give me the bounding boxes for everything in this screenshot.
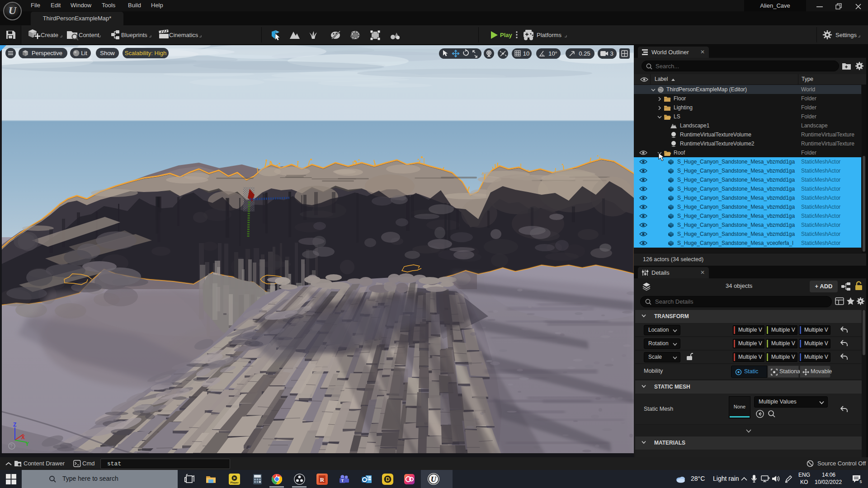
svg-text:5: 5 bbox=[859, 479, 862, 484]
svg-text:T: T bbox=[341, 479, 344, 483]
svg-text:Z: Z bbox=[13, 422, 16, 428]
svg-text:R: R bbox=[320, 476, 325, 483]
svg-text:X: X bbox=[21, 434, 25, 441]
svg-text:Y: Y bbox=[25, 441, 29, 447]
svg-text:?: ? bbox=[10, 444, 13, 449]
svg-text:Player: Player bbox=[230, 481, 239, 484]
svg-text:U: U bbox=[431, 475, 437, 483]
svg-text:D: D bbox=[386, 476, 390, 483]
